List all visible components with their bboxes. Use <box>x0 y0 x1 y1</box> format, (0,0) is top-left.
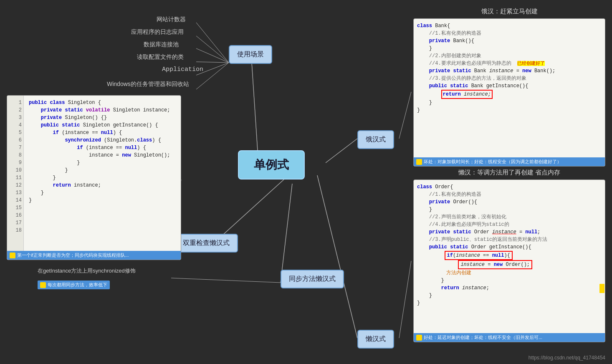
branch-double-check[interactable]: 双重检查懒汉式 <box>174 234 238 253</box>
svg-line-7 <box>326 139 357 163</box>
right-top-status-text: 坏处：对象加载时间长；好处：线程安全（因为调之前都创建好了） <box>424 159 561 165</box>
cursor-indicator <box>599 284 604 293</box>
svg-line-2 <box>196 36 229 63</box>
leaf-sync-on-get: 在getInstance方法上用synchronized修饰 <box>38 267 136 275</box>
leaf-application: Application <box>162 66 203 73</box>
svg-line-4 <box>196 62 229 63</box>
left-status-icon <box>10 253 15 258</box>
center-label: 单例式 <box>254 157 289 173</box>
sync-note-icon <box>40 282 46 288</box>
svg-line-11 <box>281 184 292 283</box>
leaf-read-config: 读取配置文件的类 <box>137 53 184 61</box>
leaf-db-pool: 数据库连接池 <box>144 41 179 48</box>
right-bottom-status: 好处：延迟对象的创建；坏处：线程不安全（旧并发后可... <box>414 333 605 342</box>
watermark: https://blog.csdn.net/qq_41748454 <box>529 355 605 361</box>
sync-note-text: 每次都用同步方法，效率低下 <box>48 282 107 288</box>
right-bottom-status-text: 好处：延迟对象的创建；坏处：线程不安全（旧并发后可... <box>424 334 542 341</box>
center-node: 单例式 <box>238 150 305 179</box>
branch-use-case[interactable]: 使用场景 <box>229 45 272 64</box>
svg-line-13 <box>317 175 357 338</box>
svg-line-1 <box>196 23 229 63</box>
svg-line-3 <box>196 48 229 63</box>
leaf-app-log: 应用程序的日志应用 <box>131 28 184 36</box>
right-bottom-code-content: class Order{ //1.私有化类的构造器 private Order(… <box>414 180 605 318</box>
line-numbers: 123456 789101112 131415161718 <box>7 96 24 260</box>
leaf-windows-task: Windows的任务管理器和回收站 <box>107 81 189 88</box>
right-top-status-icon <box>416 159 422 165</box>
right-top-code-content: class Bank{ //1.私有化类的构造器 private Bank(){… <box>414 19 605 126</box>
left-code-content: public class Singleton { private static … <box>25 96 181 217</box>
leaf-website-counter: 网站计数器 <box>157 16 186 23</box>
right-top-title: 饿汉：赶紧立马创建 <box>413 8 605 15</box>
right-top-code-panel: class Bank{ //1.私有化类的构造器 private Bank(){… <box>413 18 605 167</box>
svg-line-12 <box>171 278 281 283</box>
right-top-status: 坏处：对象加载时间长；好处：线程安全（因为调之前都创建好了） <box>414 157 605 166</box>
svg-line-14 <box>399 261 411 338</box>
right-bottom-title: 懒汉：等调方法用了再创建 省点内存 <box>413 169 605 177</box>
branch-sync-method[interactable]: 同步方法懒汉式 <box>281 270 344 288</box>
branch-hungry[interactable]: 饿汉式 <box>357 130 394 149</box>
left-code-panel: 123456 789101112 131415161718 public cla… <box>7 95 181 260</box>
left-code-status: 第一个if正常判断是否为空；同步代码块实现线程排队... <box>7 251 181 260</box>
right-bottom-code-panel: class Order{ //1.私有化类的构造器 private Order(… <box>413 179 605 342</box>
branch-lazy[interactable]: 懒汉式 <box>357 330 394 349</box>
right-bottom-status-icon <box>416 335 422 341</box>
sync-note-bar: 每次都用同步方法，效率低下 <box>38 281 110 289</box>
svg-line-8 <box>399 92 411 139</box>
left-status-text: 第一个if正常判断是否为空；同步代码块实现线程排队... <box>17 252 129 258</box>
